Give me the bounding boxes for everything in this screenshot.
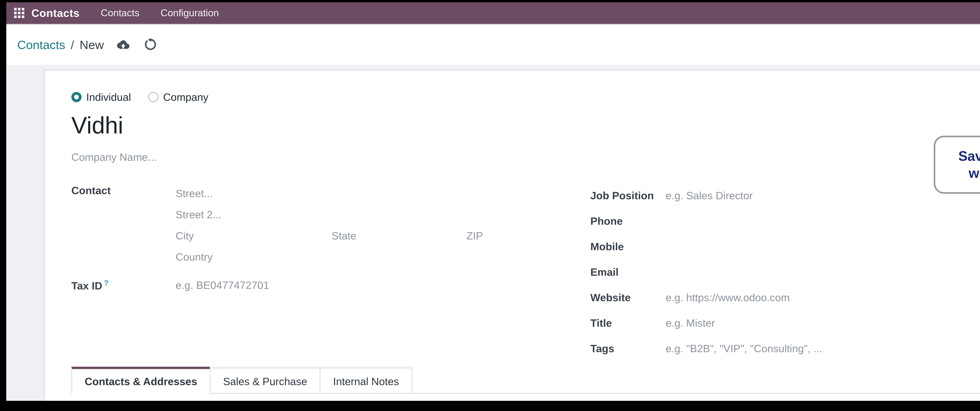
saved-from-webcam-tooltip: Saved from webcam — [934, 136, 980, 194]
menu-configuration[interactable]: Configuration — [161, 7, 219, 19]
tax-id-label: Tax ID? — [72, 279, 176, 292]
mobile-row: Mobile — [590, 234, 980, 259]
radio-individual-circle-icon[interactable] — [72, 92, 81, 102]
apps-grid-icon[interactable] — [14, 8, 24, 18]
radio-individual-label: Individual — [86, 91, 131, 103]
tax-id-field[interactable]: e.g. BE0477472701 — [176, 279, 269, 291]
city-field[interactable]: City — [176, 229, 332, 242]
tax-id-help-icon[interactable]: ? — [104, 279, 108, 287]
undo-arrow-icon — [144, 38, 156, 51]
breadcrumb-contacts-link[interactable]: Contacts — [17, 38, 65, 52]
control-panel: Contacts / New — [6, 24, 980, 65]
breadcrumb-current: New — [80, 38, 104, 52]
company-type-selector: Individual Company — [72, 91, 980, 103]
form-view-background: Individual Company Vidhi Company Name...… — [6, 65, 980, 401]
address-lines: Street... Street 2... City State ZIP Cou… — [176, 183, 590, 268]
tab-contacts-addresses[interactable]: Contacts & Addresses — [72, 367, 210, 394]
form-columns: Contact Street... Street 2... City State… — [72, 183, 980, 361]
tooltip-text: Saved from webcam — [935, 148, 980, 182]
street-field[interactable]: Street... — [176, 187, 213, 199]
odoo-window: Contacts Contacts Configuration 5 — [6, 2, 980, 401]
job-position-row: Job Position e.g. Sales Director — [590, 183, 980, 208]
tab-content-clip — [72, 394, 980, 401]
email-row: Email — [590, 259, 980, 285]
city-state-zip-row: City State ZIP — [176, 225, 590, 246]
menu-contacts[interactable]: Contacts — [101, 7, 139, 19]
contact-address-label: Contact — [72, 183, 176, 268]
title-label: Title — [590, 317, 666, 329]
job-position-label: Job Position — [590, 190, 666, 202]
contact-name-field[interactable]: Vidhi — [72, 111, 980, 139]
email-label: Email — [590, 266, 666, 278]
discard-changes-button[interactable] — [144, 38, 156, 51]
tax-id-row: Tax ID? e.g. BE0477472701 — [72, 274, 590, 296]
breadcrumb-separator: / — [71, 38, 74, 52]
tags-label: Tags — [590, 342, 666, 355]
job-position-field[interactable]: e.g. Sales Director — [666, 190, 752, 202]
radio-company-circle-icon[interactable] — [148, 92, 158, 102]
tab-sales-purchase[interactable]: Sales & Purchase — [210, 367, 320, 394]
form-left-column: Contact Street... Street 2... City State… — [72, 183, 590, 361]
contact-form-sheet: Individual Company Vidhi Company Name...… — [44, 70, 980, 401]
phone-row: Phone — [590, 208, 980, 234]
zip-field[interactable]: ZIP — [466, 229, 483, 242]
company-name-field[interactable]: Company Name... — [72, 151, 980, 163]
mobile-label: Mobile — [590, 241, 666, 253]
phone-label: Phone — [590, 215, 666, 227]
website-label: Website — [590, 292, 666, 304]
website-row: Website e.g. https://www.odoo.com — [590, 285, 980, 310]
top-nav-bar: Contacts Contacts Configuration 5 — [6, 2, 980, 24]
tab-internal-notes[interactable]: Internal Notes — [320, 367, 412, 394]
tags-row: Tags e.g. "B2B", "VIP", "Consulting", ..… — [590, 336, 980, 361]
notebook-tabs: Contacts & Addresses Sales & Purchase In… — [72, 367, 980, 394]
app-name[interactable]: Contacts — [31, 7, 80, 19]
title-field[interactable]: e.g. Mister — [666, 317, 715, 329]
radio-individual[interactable]: Individual — [72, 91, 131, 103]
radio-company[interactable]: Company — [148, 91, 208, 103]
save-record-button[interactable] — [116, 39, 130, 51]
street2-field[interactable]: Street 2... — [176, 209, 221, 221]
title-row: Title e.g. Mister — [590, 310, 980, 336]
address-group: Contact Street... Street 2... City State… — [72, 183, 590, 268]
radio-company-label: Company — [163, 91, 208, 103]
tags-field[interactable]: e.g. "B2B", "VIP", "Consulting", ... — [666, 342, 822, 355]
screenshot-frame: Contacts Contacts Configuration 5 — [0, 0, 980, 411]
country-field[interactable]: Country — [176, 251, 213, 263]
website-field[interactable]: e.g. https://www.odoo.com — [666, 292, 790, 304]
save-cloud-icon — [116, 39, 130, 51]
form-right-column: Job Position e.g. Sales Director Phone M… — [590, 183, 980, 361]
state-field[interactable]: State — [332, 229, 466, 242]
